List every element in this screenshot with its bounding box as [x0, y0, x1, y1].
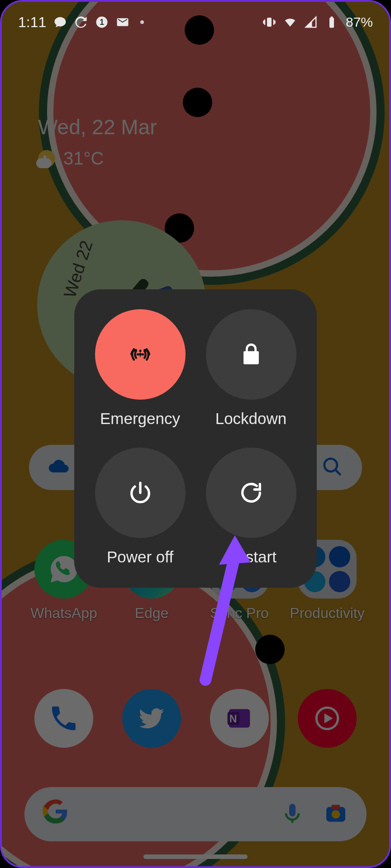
status-bar: 1:11 1 87%	[2, 2, 389, 38]
signal-icon	[304, 15, 318, 29]
power-menu-label: Emergency	[100, 410, 180, 428]
power-menu-label: Restart	[225, 548, 277, 566]
more-notifications-dot	[140, 20, 144, 24]
power-menu-label: Power off	[107, 548, 173, 566]
power-icon	[95, 448, 186, 538]
power-menu-poweroff[interactable]: Power off	[91, 448, 190, 566]
sync-icon	[74, 15, 88, 29]
wifi-icon	[283, 15, 297, 29]
statusbar-clock: 1:11	[18, 14, 46, 31]
battery-icon	[325, 15, 339, 29]
svg-text:1: 1	[100, 18, 104, 27]
svg-rect-14	[330, 17, 333, 19]
restart-icon	[206, 448, 296, 538]
battery-percentage: 87%	[346, 14, 373, 30]
svg-rect-13	[329, 18, 334, 28]
power-menu-lockdown[interactable]: Lockdown	[201, 309, 300, 428]
outlook-icon	[116, 15, 129, 29]
badge-1-icon: 1	[95, 15, 109, 29]
power-menu-emergency[interactable]: ! Emergency	[91, 309, 190, 428]
vibrate-icon	[262, 15, 276, 29]
svg-rect-12	[267, 18, 272, 27]
power-menu-restart[interactable]: Restart	[201, 448, 300, 566]
emergency-icon: !	[95, 309, 186, 400]
power-menu-label: Lockdown	[215, 410, 287, 428]
power-menu: ! Emergency Lockdown	[74, 289, 317, 588]
svg-text:!: !	[139, 351, 141, 359]
chat-icon	[53, 15, 67, 29]
lock-icon	[206, 309, 296, 400]
